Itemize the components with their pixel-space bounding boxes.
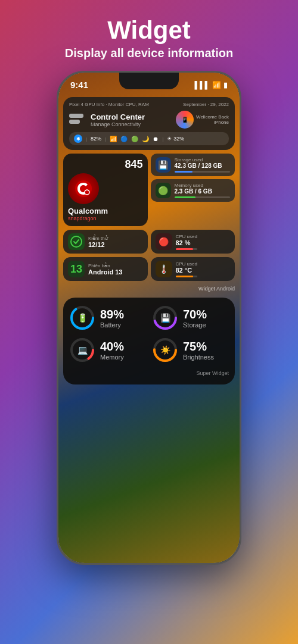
- wifi-toggle[interactable]: 📶: [110, 136, 117, 142]
- memory-bar: [175, 196, 231, 198]
- header: Widget Display all device information: [0, 0, 298, 71]
- memory-ring: 💻: [69, 337, 95, 363]
- snap-model: 845: [125, 158, 142, 171]
- cc-title: Control Center: [91, 112, 145, 121]
- brightness-super-label: Brightness: [183, 354, 214, 361]
- super-brightness: ☀️ 75% Brightness: [152, 337, 229, 363]
- control-center-widget: Pixel 4 GPU Info · Monitor CPU, RAM Sept…: [63, 97, 235, 150]
- brightness-pct: 32%: [173, 136, 184, 142]
- cpu-temp-bar-fill: [176, 276, 194, 277]
- bluetooth-toggle[interactable]: ✱: [74, 135, 82, 143]
- cpu-pct-bar-fill: [176, 248, 194, 250]
- phone-frame: 9:41 ▌▌▌ 📶 ▮ Pixel 4 GPU Info · Monitor …: [57, 71, 241, 565]
- signal-icon: ▌▌▌: [194, 81, 210, 89]
- memory-value: 2.3 GB / 6 GB: [175, 188, 231, 195]
- storage-super-pct: 70%: [183, 308, 207, 321]
- storage-info: Storage used 42.3 GB / 128 GB: [175, 157, 231, 173]
- brightness-ring-icon: ☀️: [160, 345, 170, 355]
- storage-value: 42.3 GB / 128 GB: [175, 162, 231, 169]
- memory-label: Memory used: [175, 183, 231, 188]
- welcome-title: Wellcome Back: [196, 114, 229, 120]
- battery-super-info: 89% Battery: [100, 308, 124, 329]
- volume-down-button: [57, 192, 58, 221]
- memory-info: Memory used 2.3 GB / 6 GB: [175, 183, 231, 198]
- super-widget-label: Super Widget: [196, 370, 229, 376]
- hotspot-toggle[interactable]: 🟢: [131, 136, 138, 142]
- storage-icon: 💾: [156, 157, 171, 173]
- svg-point-2: [71, 236, 82, 247]
- cpu-pct-card: 🔴 CPU used 82 %: [151, 230, 235, 254]
- battery-icon: ▮: [224, 81, 228, 89]
- version-info: Phiên bản Android 13: [88, 263, 122, 276]
- version-value: Android 13: [88, 268, 122, 276]
- test-icon: [68, 233, 85, 250]
- wifi-icon: 📶: [212, 81, 221, 89]
- status-time: 9:41: [70, 80, 88, 90]
- welcome-icon: 📱: [176, 111, 194, 129]
- quick-toggle-row: ✱ | 82% | 📶 🔵 🟢 🌙 ⏺ | ☀ 32%: [69, 132, 229, 145]
- cpu-pct-icon: 🔴: [156, 233, 172, 250]
- svg-point-1: [85, 190, 89, 195]
- date-label: September · 29, 2022: [183, 102, 229, 107]
- app-label-row: Pixel 4 GPU Info · Monitor CPU, RAM Sept…: [69, 102, 229, 107]
- record-toggle[interactable]: ⏺: [153, 136, 159, 142]
- page-subtitle: Display all device information: [12, 46, 286, 60]
- battery-super-pct: 89%: [100, 308, 124, 321]
- battery-toggle[interactable]: 82%: [91, 136, 101, 142]
- storage-bar: [175, 171, 231, 173]
- status-icons: ▌▌▌ 📶 ▮: [194, 81, 228, 89]
- cpu-temp-icon: 🌡️: [156, 261, 172, 277]
- right-cards: 💾 Storage used 42.3 GB / 128 GB 🟢: [151, 154, 235, 226]
- qualcomm-sub: snapdragon: [68, 215, 108, 221]
- volume-up-button: [57, 156, 58, 186]
- cpu-pct-label: CPU used: [176, 234, 197, 239]
- memory-super-info: 40% Memory: [100, 340, 124, 361]
- super-widget: 🔋 89% Battery 💾: [63, 298, 235, 384]
- test-value: 12/12: [88, 241, 108, 248]
- storage-super-info: 70% Storage: [183, 308, 207, 329]
- bottom-row-2: 13 Phiên bản Android 13 🌡️ CPU used 82 °…: [63, 257, 235, 281]
- cpu-temp-info: CPU used 82 °C: [176, 261, 197, 277]
- app-label: Pixel 4 GPU Info · Monitor CPU, RAM: [69, 102, 149, 107]
- test-card: Kiểm thử 12/12: [63, 230, 148, 254]
- brightness-super-info: 75% Brightness: [183, 340, 214, 361]
- cpu-temp-card: 🌡️ CPU used 82 °C: [151, 257, 235, 281]
- widget-android-label: Widget Android: [63, 286, 235, 292]
- memory-super-pct: 40%: [100, 340, 124, 354]
- mute-button: [57, 132, 58, 150]
- welcome-back: 📱 Wellcome Back iPhone: [176, 111, 229, 129]
- battery-ring-icon: 🔋: [77, 313, 88, 323]
- battery-super-label: Battery: [100, 321, 124, 329]
- phone-notch: [119, 73, 179, 89]
- qualcomm-logo: [68, 173, 99, 204]
- power-button: [240, 150, 241, 186]
- cpu-temp-bar: [176, 276, 197, 277]
- super-grid: 🔋 89% Battery 💾: [69, 305, 229, 363]
- brightness-super-pct: 75%: [183, 340, 214, 354]
- cc-toggle-icon: [69, 114, 86, 126]
- storage-label: Storage used: [175, 157, 231, 162]
- storage-ring-icon: 💾: [160, 313, 170, 323]
- brightness-ring: ☀️: [152, 337, 178, 363]
- airdrop-toggle[interactable]: 🔵: [120, 136, 128, 142]
- cpu-pct-bar: [176, 248, 197, 250]
- cpu-temp-label: CPU used: [176, 261, 197, 267]
- memory-card: 🟢 Memory used 2.3 GB / 6 GB: [151, 179, 235, 202]
- memory-bar-fill: [175, 196, 196, 198]
- main-grid: 845 Qualcomm snapdragon: [63, 154, 235, 226]
- page-title: Widget: [12, 17, 286, 44]
- super-battery: 🔋 89% Battery: [69, 305, 146, 331]
- memory-icon: 🟢: [156, 183, 171, 198]
- test-label: Kiểm thử: [88, 236, 108, 241]
- moon-toggle[interactable]: 🌙: [142, 136, 149, 142]
- version-label: Phiên bản: [88, 263, 122, 268]
- phone-screen: 9:41 ▌▌▌ 📶 ▮ Pixel 4 GPU Info · Monitor …: [58, 73, 240, 563]
- storage-ring: 💾: [152, 305, 178, 331]
- super-memory: 💻 40% Memory: [69, 337, 146, 363]
- version-card: 13 Phiên bản Android 13: [63, 257, 148, 281]
- qualcomm-card: 845 Qualcomm snapdragon: [63, 154, 148, 226]
- brightness-toggle[interactable]: ☀ 32%: [167, 136, 184, 142]
- cc-title-area: Control Center Manage Connectivity: [91, 112, 145, 127]
- qualcomm-brand: Qualcomm: [68, 207, 108, 215]
- battery-pct: 82%: [91, 136, 101, 142]
